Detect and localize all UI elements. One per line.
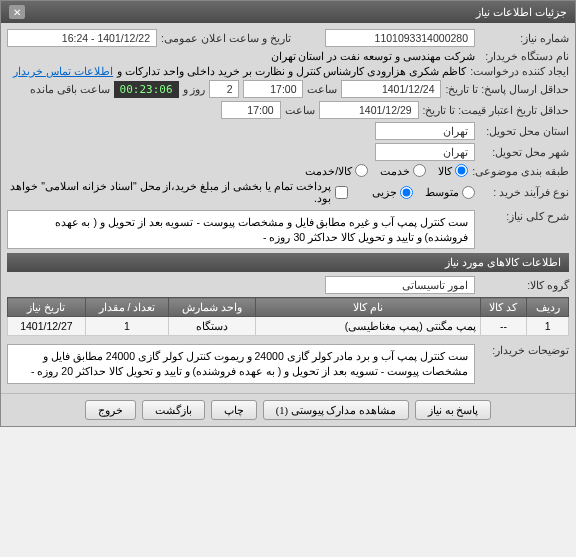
cell-idx: 1 (527, 317, 569, 336)
attachments-button[interactable]: مشاهده مدارک پیوستی (1) (263, 400, 409, 420)
radio-both-label: کالا/خدمت (305, 165, 352, 177)
window-title: جزئیات اطلاعات نیاز (476, 6, 567, 19)
radio-both-input[interactable] (355, 164, 368, 177)
table-row[interactable]: 1 -- پمپ مگنتی (پمپ مغناطیسی) دستگاه 1 1… (8, 317, 569, 336)
goods-section-header: اطلاعات کالاهای مورد نیاز (7, 253, 569, 272)
radio-goods-label: کالا (438, 165, 452, 177)
radio-goods[interactable]: کالا (438, 164, 468, 177)
radio-goods-input[interactable] (455, 164, 468, 177)
th-qty: تعداد / مقدار (85, 298, 168, 317)
payment-checkbox-input[interactable] (335, 186, 348, 199)
cell-code: -- (480, 317, 527, 336)
deadline-date-field: 1401/12/24 (341, 80, 441, 98)
province-label: استان محل تحویل: (479, 125, 569, 137)
city-field: تهران (375, 143, 475, 161)
countdown-timer: 00:23:06 (114, 81, 179, 98)
process-radio-group: متوسط جزیی (372, 186, 475, 199)
form-content: شماره نیاز: 1101093314000280 تاریخ و ساع… (1, 23, 575, 393)
radio-both[interactable]: کالا/خدمت (305, 164, 368, 177)
buyer-org-value: شرکت مهندسی و توسعه نفت در استان تهران (271, 50, 475, 62)
back-button[interactable]: بازگشت (142, 400, 205, 420)
cell-qty: 1 (85, 317, 168, 336)
buyer-notes-textbox: ست کنترل پمپ آب و برد مادر کولر گازی 240… (7, 344, 475, 383)
respond-button[interactable]: پاسخ به نیاز (415, 400, 491, 420)
time-label-1: ساعت (307, 83, 337, 95)
th-unit: واحد شمارش (169, 298, 256, 317)
radio-small[interactable]: جزیی (372, 186, 413, 199)
day-value-field: 2 (209, 80, 239, 98)
th-code: کد کالا (480, 298, 527, 317)
deadline-time-field: 17:00 (243, 80, 303, 98)
buyer-notes-label: توضیحات خریدار: (479, 344, 569, 356)
province-field: تهران (375, 122, 475, 140)
day-label: روز و (183, 83, 206, 95)
need-number-field: 1101093314000280 (325, 29, 475, 47)
radio-mid-input[interactable] (462, 186, 475, 199)
remaining-label: ساعت باقی مانده (30, 83, 110, 95)
credit-expiry-date-field: 1401/12/29 (319, 101, 419, 119)
credit-expiry-label: حداقل تاریخ اعتبار قیمت: تا تاریخ: (423, 104, 569, 116)
cell-date: 1401/12/27 (8, 317, 86, 336)
payment-checkbox[interactable]: پرداخت تمام یا بخشی از مبلغ خرید،از محل … (7, 180, 348, 204)
radio-mid[interactable]: متوسط (425, 186, 475, 199)
creator-value: کاظم شکری هزارودی کارشناس کنترل و نظارت … (117, 65, 466, 77)
desc-label: شرح کلی نیاز: (479, 210, 569, 222)
deadline-label: حداقل ارسال پاسخ: تا تاریخ: (445, 83, 569, 95)
radio-mid-label: متوسط (425, 186, 459, 198)
buyer-org-label: نام دستگاه خریدار: (479, 50, 569, 62)
th-name: نام کالا (256, 298, 480, 317)
group-label: گروه کالا: (479, 279, 569, 291)
announce-label: تاریخ و ساعت اعلان عمومی: (161, 32, 291, 44)
goods-table: ردیف کد کالا نام کالا واحد شمارش تعداد /… (7, 297, 569, 336)
city-label: شهر محل تحویل: (479, 146, 569, 158)
print-button[interactable]: چاپ (211, 400, 257, 420)
creator-label: ایجاد کننده درخواست: (470, 65, 569, 77)
cell-unit: دستگاه (169, 317, 256, 336)
cell-name: پمپ مگنتی (پمپ مغناطیسی) (256, 317, 480, 336)
radio-service-label: خدمت (380, 165, 410, 177)
announce-field: 1401/12/22 - 16:24 (7, 29, 157, 47)
time-label-2: ساعت (285, 104, 315, 116)
category-label: طبقه بندی موضوعی: (472, 165, 569, 177)
radio-service[interactable]: خدمت (380, 164, 426, 177)
th-idx: ردیف (527, 298, 569, 317)
desc-textbox: ست کنترل پمپ آب و غیره مطابق فایل و مشخص… (7, 210, 475, 249)
close-icon[interactable]: ✕ (9, 5, 25, 19)
process-label: نوع فرآیند خرید : (479, 186, 569, 198)
details-window: جزئیات اطلاعات نیاز ✕ شماره نیاز: 110109… (0, 0, 576, 427)
radio-service-input[interactable] (413, 164, 426, 177)
radio-small-input[interactable] (400, 186, 413, 199)
button-bar: پاسخ به نیاز مشاهده مدارک پیوستی (1) چاپ… (1, 393, 575, 426)
contact-link[interactable]: اطلاعات تماس خریدار (13, 65, 113, 77)
credit-expiry-time-field: 17:00 (221, 101, 281, 119)
group-field: امور تاسیساتی (325, 276, 475, 294)
payment-note-label: پرداخت تمام یا بخشی از مبلغ خرید،از محل … (7, 180, 331, 204)
th-date: تاریخ نیاز (8, 298, 86, 317)
need-number-label: شماره نیاز: (479, 32, 569, 44)
exit-button[interactable]: خروج (85, 400, 136, 420)
category-radio-group: کالا خدمت کالا/خدمت (305, 164, 468, 177)
titlebar: جزئیات اطلاعات نیاز ✕ (1, 1, 575, 23)
radio-small-label: جزیی (372, 186, 397, 198)
table-header-row: ردیف کد کالا نام کالا واحد شمارش تعداد /… (8, 298, 569, 317)
